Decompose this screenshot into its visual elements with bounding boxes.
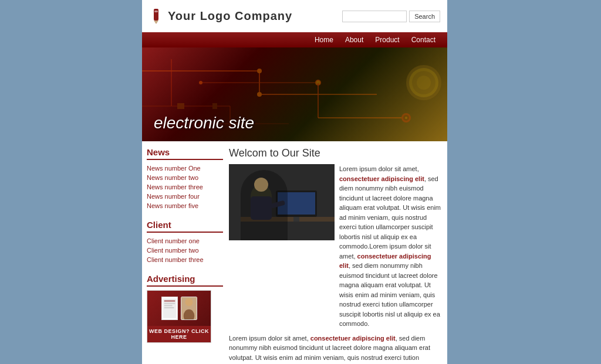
client-link-2[interactable]: Client number two [147,246,223,255]
news-link-1[interactable]: News number One [147,164,223,173]
site-wrapper: Your Logo Company Search Home About Prod… [142,0,447,364]
navigation: Home About Product Contact [142,32,447,47]
search-button[interactable]: Search [409,11,440,22]
search-area: Search [342,11,440,22]
list-item: Client number two [147,246,223,255]
news-section-title: News [147,147,223,160]
svg-point-41 [251,185,272,208]
svg-rect-32 [164,307,174,308]
search-input[interactable] [342,11,407,22]
nav-home[interactable]: Home [309,32,339,47]
nav-contact[interactable]: Contact [406,32,441,47]
client-link-3[interactable]: Client number three [147,255,223,264]
client-link-1[interactable]: Client number one [147,236,223,246]
news-link-3[interactable]: News number three [147,182,223,192]
right-link-2[interactable]: consectetuer adipiscing elit [339,253,431,270]
logo-icon [149,8,163,25]
advertising-section: Advertising [147,274,223,343]
logo-area: Your Logo Company [149,8,292,25]
logo-text: Your Logo Company [168,9,292,23]
content-top: Lorem ipsum dolor sit amet, consectetuer… [229,164,443,329]
main-content: News News number One News number two New… [142,141,447,364]
svg-rect-31 [164,305,172,306]
list-item: News number four [147,192,223,201]
client-links: Client number one Client number two Clie… [147,236,223,264]
svg-marker-1 [154,21,158,24]
client-section-title: Client [147,220,223,233]
news-link-2[interactable]: News number two [147,173,223,182]
svg-rect-36 [229,164,335,240]
list-item: News number five [147,201,223,210]
svg-rect-29 [164,300,175,302]
header: Your Logo Company Search [142,0,447,32]
outer-wrapper: Your Logo Company Search Home About Prod… [0,0,601,364]
svg-point-34 [185,298,193,306]
ad-box: WEB DESIGN? CLICK HERE [147,290,211,343]
sidebar: News News number One News number two New… [147,147,223,364]
svg-rect-43 [251,196,272,220]
right-text-p1: Lorem ipsum dolor sit amet, consectetuer… [339,165,441,327]
para1-link[interactable]: consectetuer adipiscing elit [310,335,396,342]
list-item: Client number three [147,255,223,264]
hero-banner: electronic site [142,47,447,141]
svg-point-10 [199,81,202,84]
content-para-1: Lorem ipsum dolor sit amet, consectetuer… [229,334,443,365]
nav-product[interactable]: Product [369,32,405,47]
svg-rect-25 [177,103,184,109]
svg-rect-26 [212,103,217,109]
news-link-5[interactable]: News number five [147,201,223,210]
content-area: Welcom to Our Site [229,147,443,364]
content-image [229,164,335,240]
hero-title: electronic site [154,114,254,132]
list-item: Client number one [147,236,223,246]
svg-rect-40 [293,217,299,222]
svg-rect-44 [270,200,285,209]
list-item: News number One [147,164,223,173]
right-text: Lorem ipsum dolor sit amet, consectetuer… [339,164,443,329]
svg-point-17 [405,117,407,119]
advertising-title: Advertising [147,274,223,287]
svg-point-6 [257,69,262,73]
right-link-1[interactable]: consectetuer adipiscing elit [339,175,424,182]
svg-rect-39 [278,192,315,215]
news-links: News number One News number two News num… [147,164,223,210]
ad-image-area [147,291,211,326]
ad-cta[interactable]: WEB DESIGN? CLICK HERE [147,326,211,342]
news-link-4[interactable]: News number four [147,192,223,201]
svg-rect-2 [154,11,158,12]
list-item: News number three [147,182,223,192]
nav-about[interactable]: About [339,32,369,47]
svg-point-7 [257,92,262,97]
ad-thumb-1 [161,297,178,320]
welcome-title: Welcom to Our Site [229,147,443,159]
svg-point-42 [254,178,268,192]
svg-rect-37 [241,217,335,222]
ad-person-thumb [181,297,197,320]
svg-rect-30 [164,303,175,304]
svg-point-21 [417,76,431,90]
list-item: News number two [147,173,223,182]
